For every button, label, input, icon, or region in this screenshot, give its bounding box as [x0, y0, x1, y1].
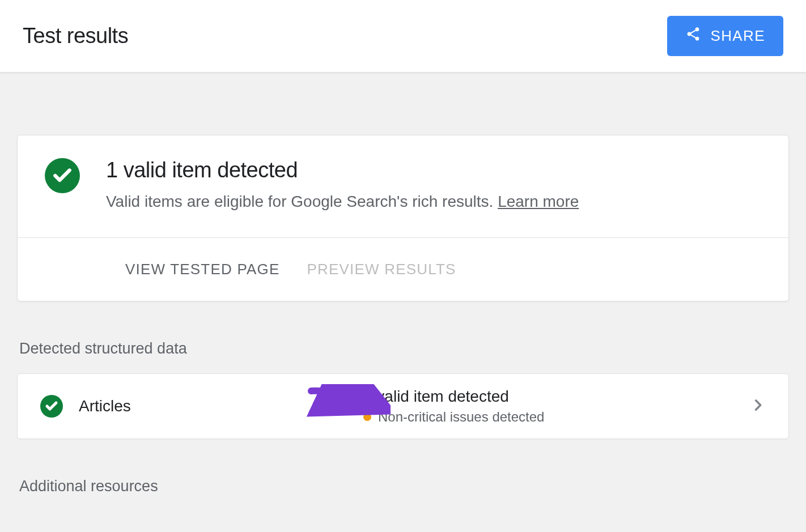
preview-results-link: PREVIEW RESULTS: [307, 261, 456, 278]
summary-top: 1 valid item detected Valid items are el…: [18, 135, 788, 237]
page-title: Test results: [23, 24, 128, 48]
detected-item-issues: Non-critical issues detected: [378, 409, 544, 425]
summary-actions: VIEW TESTED PAGE PREVIEW RESULTS: [18, 237, 788, 301]
warning-dot-icon: [363, 413, 371, 421]
checkmark-icon: [40, 395, 63, 418]
detected-item-mid: 1 valid item detected Non-critical issue…: [363, 388, 733, 425]
detected-item-type: Articles: [79, 397, 131, 415]
summary-heading: 1 valid item detected: [106, 158, 579, 182]
detected-section-title: Detected structured data: [19, 340, 789, 357]
checkmark-icon: [45, 158, 80, 193]
content-area: 1 valid item detected Valid items are el…: [0, 73, 806, 532]
detected-item-issues-row: Non-critical issues detected: [363, 409, 733, 425]
summary-card: 1 valid item detected Valid items are el…: [17, 135, 789, 301]
share-button-label: SHARE: [710, 27, 765, 45]
summary-description: Valid items are eligible for Google Sear…: [106, 190, 579, 212]
detected-item-row[interactable]: Articles 1 valid item detected Non-criti…: [17, 373, 789, 439]
learn-more-link[interactable]: Learn more: [498, 193, 579, 210]
view-tested-page-link[interactable]: VIEW TESTED PAGE: [125, 261, 280, 278]
share-button[interactable]: SHARE: [667, 16, 783, 56]
detected-item-valid: 1 valid item detected: [363, 388, 733, 406]
chevron-right-icon: [750, 397, 766, 415]
detected-item-left: Articles: [40, 395, 346, 418]
additional-section-title: Additional resources: [19, 478, 789, 495]
summary-text: 1 valid item detected Valid items are el…: [106, 158, 579, 212]
page-header: Test results SHARE: [0, 0, 806, 73]
share-icon: [685, 26, 701, 46]
